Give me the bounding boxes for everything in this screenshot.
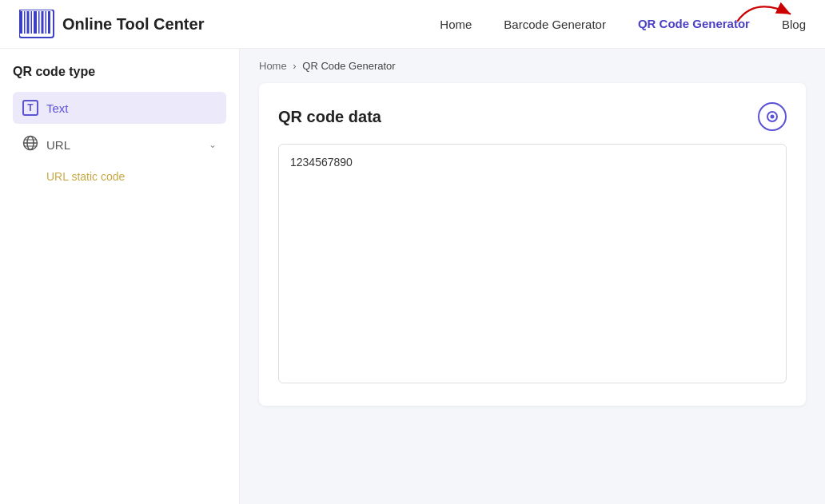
breadcrumb: Home › QR Code Generator [240,49,825,83]
svg-rect-5 [38,11,40,34]
sidebar-item-text[interactable]: T Text [13,92,226,124]
svg-rect-4 [34,11,37,34]
nav-qrcode[interactable]: QR Code Generator [638,17,750,30]
logo-area: Online Tool Center [19,10,204,38]
nav-barcode[interactable]: Barcode Generator [504,18,606,31]
content-card: QR code data 1234567890 [259,83,806,406]
section-title: QR code data [278,108,381,126]
nav-home[interactable]: Home [440,18,472,31]
svg-rect-2 [27,11,30,34]
sidebar: QR code type T Text URL ⌄ URL static cod… [0,49,240,504]
url-globe-icon [22,135,38,154]
svg-rect-0 [20,11,22,34]
logo-text: Online Tool Center [62,15,204,34]
content-header: QR code data [278,102,787,131]
main-content: Home › QR Code Generator QR code data 12… [240,49,825,504]
logo-icon [19,10,54,38]
url-static-link[interactable]: URL static code [13,165,226,188]
sidebar-url-label: URL [46,138,70,152]
qr-data-textarea[interactable]: 1234567890 [278,144,787,383]
url-chevron-icon: ⌄ [209,139,217,150]
header: Online Tool Center Home Barcode Generato… [0,0,825,49]
qr-preview-icon [767,111,778,122]
breadcrumb-current: QR Code Generator [302,60,395,72]
layout: QR code type T Text URL ⌄ URL static cod… [0,49,825,504]
sidebar-item-url[interactable]: URL ⌄ [13,127,226,162]
svg-rect-8 [48,11,50,34]
qr-preview-button[interactable] [758,102,787,131]
breadcrumb-separator: › [293,60,296,72]
svg-rect-3 [31,11,33,34]
sidebar-text-label: Text [46,101,69,115]
nav-qrcode-container: QR Code Generator [638,17,750,31]
sidebar-title: QR code type [13,65,226,79]
svg-rect-1 [24,11,26,34]
nav: Home Barcode Generator QR Code Generator… [440,17,806,31]
svg-rect-7 [46,11,47,34]
red-arrow-annotation [734,0,798,25]
text-type-icon: T [22,100,38,116]
svg-rect-6 [42,11,44,34]
breadcrumb-home[interactable]: Home [259,60,287,72]
